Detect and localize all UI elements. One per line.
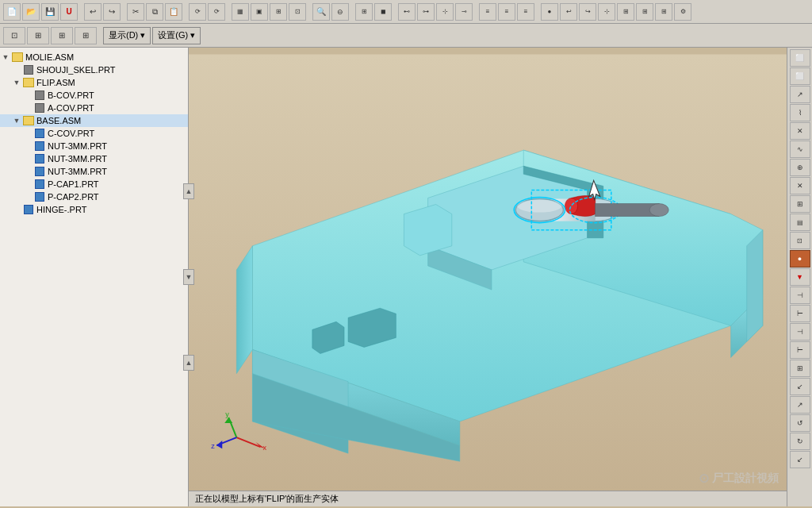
rt-ccw-button[interactable]: ↺ [790,414,810,432]
view4-button[interactable]: ⊡ [289,3,306,21]
rt-plus-button[interactable]: ⊕ [790,159,810,176]
zoom-out-button[interactable]: ⊖ [331,3,349,21]
extra1-button[interactable]: ⊹ [598,3,615,21]
view1-button[interactable]: ▦ [232,3,249,21]
rt-grid1-button[interactable]: ⊞ [790,195,810,213]
tree-item-hinge[interactable]: HINGE-.PRT [0,203,188,216]
rt-arrow-button[interactable]: ↗ [790,86,810,103]
rt-grid2-button[interactable]: ▤ [790,214,810,231]
tree-item-nut2[interactable]: NUT-3MM.PRT [0,152,188,165]
rt-dash-button[interactable]: ⌇ [790,104,810,121]
layer3-button[interactable]: ≡ [517,3,534,21]
tree-item-flip[interactable]: ▼FLIP.ASM [0,76,188,89]
prt-gray-icon [35,103,44,113]
measure2-button[interactable]: ⊶ [417,3,435,21]
watermark-logo: 尸工設計視頻 [712,471,779,486]
rt-curve-button[interactable]: ∿ [790,140,810,158]
mode1-button[interactable]: ⊡ [3,27,25,44]
back-button[interactable]: ↩ [560,3,577,21]
rt-grid4-button[interactable]: ⊞ [790,360,810,377]
tree-item-p-cap1[interactable]: P-CAP1.PRT [0,178,188,190]
extra2-button[interactable]: ⊞ [617,3,634,21]
viewport[interactable]: x y z ⊙ 尸工設計視頻 WWW.dkyj168@126.com 正在以模型… [189,48,787,506]
layer2-button[interactable]: ≡ [498,3,515,21]
wire-button[interactable]: ⊞ [355,3,373,21]
settings-menu-button[interactable]: 设置(G) ▾ [152,27,201,44]
tree-toggle-flip[interactable]: ▼ [11,79,22,87]
tree-label-nut1: NUT-3MM.PRT [48,141,107,151]
shaded-button[interactable]: ◼ [374,3,392,21]
rt-cross-button[interactable]: ✕ [790,122,810,140]
tree-item-shouji[interactable]: SHOUJI_SKEL.PRT [0,64,188,76]
tree-item-b-cov[interactable]: B-COV.PRT [0,89,188,102]
prt-blue-icon [35,154,44,164]
collapse-up-button[interactable]: ▲ [183,183,194,199]
rt-red-button[interactable]: ▼ [790,268,810,286]
extra3-button[interactable]: ⊞ [636,3,653,21]
settings-icon-button[interactable]: ⚙ [674,3,691,21]
save-button[interactable]: 💾 [41,3,59,21]
prt-blue-icon [35,167,44,176]
tree-toggle-base[interactable]: ▼ [11,117,22,125]
regen-button[interactable]: ⟳ [189,3,206,21]
prt-blue-icon [35,141,44,151]
mode3-button[interactable]: ⊞ [51,27,73,44]
rt-left2-button[interactable]: ⊣ [790,323,810,341]
redo-button[interactable]: ↪ [103,3,121,21]
rt-dl2-button[interactable]: ↙ [790,451,810,468]
measure4-button[interactable]: ⊸ [455,3,473,21]
view3-button[interactable]: ⊞ [270,3,287,21]
zoom-in-button[interactable]: 🔍 [312,3,330,21]
tree-label-shouji: SHOUJI_SKEL.PRT [36,65,115,75]
cut-button[interactable]: ✂ [127,3,144,21]
view2-button[interactable]: ▣ [251,3,268,21]
rt-dl-button[interactable]: ↙ [790,378,810,395]
tree-toggle-molie[interactable]: ▼ [0,53,11,61]
layer1-button[interactable]: ≡ [479,3,496,21]
extra4-button[interactable]: ⊞ [655,3,672,21]
rt-ur-button[interactable]: ↗ [790,396,810,414]
rt-select-button[interactable]: ⬜ [790,49,810,67]
rt-cw-button[interactable]: ↻ [790,433,810,450]
tree-area[interactable]: ▼MOLIE.ASMSHOUJI_SKEL.PRT▼FLIP.ASMB-COV.… [0,48,188,506]
collapse-down-button[interactable]: ▼ [183,269,194,285]
open-button[interactable]: 📂 [22,3,40,21]
rt-sphere-button[interactable]: ● [790,250,810,267]
toolbar-second: ⊡ ⊞ ⊞ ⊞ 显示(D) ▾ 设置(G) ▾ [0,24,812,48]
right-toolbar: ⬜ ⬜ ↗ ⌇ ✕ ∿ ⊕ ✕ ⊞ ▤ ⊡ ● ▼ ⊣ ⊢ ⊣ ⊢ ⊞ ↙ ↗ … [787,48,812,506]
tree-item-c-cov[interactable]: C-COV.PRT [0,127,188,140]
rt-filter-button[interactable]: ⬜ [790,67,810,85]
measure1-button[interactable]: ⊷ [398,3,416,21]
svg-point-15 [565,198,578,214]
tree-label-base: BASE.ASM [36,116,81,125]
collapse-up2-button[interactable]: ▲ [183,355,194,371]
mode2-button[interactable]: ⊞ [27,27,49,44]
undo-button[interactable]: ↩ [84,3,102,21]
rt-right2-button[interactable]: ⊢ [790,341,810,359]
svg-marker-10 [404,205,451,256]
regen2-button[interactable]: ⟳ [208,3,225,21]
rt-left1-button[interactable]: ⊣ [790,287,810,304]
rt-grid3-button[interactable]: ⊡ [790,232,810,249]
tree-item-nut3[interactable]: NUT-3MM.PRT [0,165,188,178]
tree-item-nut1[interactable]: NUT-3MM.PRT [0,140,188,152]
tree-label-hinge: HINGE-.PRT [36,205,86,214]
tree-label-p-cap2: P-CAP2.PRT [48,192,99,202]
tree-item-molie[interactable]: ▼MOLIE.ASM [0,51,188,64]
paste-button[interactable]: 📋 [165,3,182,21]
measure3-button[interactable]: ⊹ [436,3,454,21]
tree-item-base[interactable]: ▼BASE.ASM [0,114,188,127]
underline-button[interactable]: U [60,3,78,21]
copy-button[interactable]: ⧉ [146,3,163,21]
fwd-button[interactable]: ↪ [579,3,596,21]
3d-scene: x y z [189,48,787,506]
mode4-button[interactable]: ⊞ [75,27,97,44]
tree-item-p-cap2[interactable]: P-CAP2.PRT [0,190,188,203]
circle1-button[interactable]: ● [541,3,558,21]
tree-item-a-cov[interactable]: A-COV.PRT [0,102,188,114]
rt-right1-button[interactable]: ⊢ [790,305,810,322]
rt-x-button[interactable]: ✕ [790,177,810,194]
new-button[interactable]: 📄 [3,3,21,21]
svg-text:z: z [211,442,215,450]
display-menu-button[interactable]: 显示(D) ▾ [103,27,151,44]
